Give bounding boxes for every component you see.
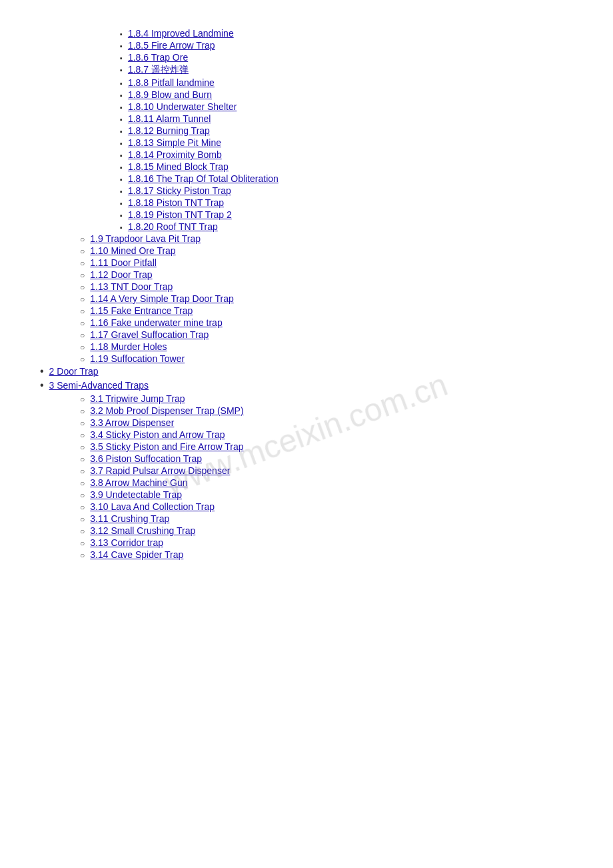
list-item: ○ 3.12 Small Crushing Trap: [80, 525, 573, 536]
toc-link-1-8-18[interactable]: 1.8.18 Piston TNT Trap: [128, 197, 224, 208]
toc-link-3-5[interactable]: 3.5 Sticky Piston and Fire Arrow Trap: [90, 441, 243, 452]
toc-link-1-8-19[interactable]: 1.8.19 Piston TNT Trap 2: [128, 209, 232, 220]
list-item: • 3 Semi-Advanced Traps: [40, 379, 573, 391]
list-item: ○ 1.18 Murder Holes: [80, 341, 573, 352]
bullet-circle-icon: ○: [80, 235, 85, 244]
list-item: ○ 1.13 TNT Door Trap: [80, 281, 573, 292]
bullet-circle-icon: ○: [80, 307, 85, 316]
toc-link-1-8-17[interactable]: 1.8.17 Sticky Piston Trap: [128, 185, 231, 196]
bullet-circle-icon: ○: [80, 419, 85, 428]
toc-link-3-12[interactable]: 3.12 Small Crushing Trap: [90, 525, 195, 536]
list-item: ▪ 1.8.4 Improved Landmine: [120, 28, 573, 39]
bullet-square-icon: ▪: [120, 127, 123, 135]
list-item: ▪ 1.8.8 Pitfall landmine: [120, 77, 573, 88]
toc-link-1-8-14[interactable]: 1.8.14 Proximity Bomb: [128, 149, 222, 160]
toc-link-3-7[interactable]: 3.7 Rapid Pulsar Arrow Dispenser: [90, 465, 230, 476]
list-item: ○ 3.6 Piston Suffocation Trap: [80, 453, 573, 464]
list-item: ○ 3.13 Corridor trap: [80, 537, 573, 548]
toc-link-1-19[interactable]: 1.19 Suffocation Tower: [90, 353, 185, 364]
toc-link-1-8-11[interactable]: 1.8.11 Alarm Tunnel: [128, 113, 211, 124]
level2-list-1-9-to-1-19: ○ 1.9 Trapdoor Lava Pit Trap ○ 1.10 Mine…: [80, 233, 573, 364]
bullet-circle-icon: ○: [80, 479, 85, 488]
list-item: ○ 3.3 Arrow Dispenser: [80, 417, 573, 428]
list-item: ▪ 1.8.7 遥控炸弹: [120, 64, 573, 76]
toc-link-1-8-7[interactable]: 1.8.7 遥控炸弹: [128, 64, 189, 76]
toc-link-3-8[interactable]: 3.8 Arrow Machine Gun: [90, 477, 187, 488]
bullet-circle-icon: ○: [80, 407, 85, 416]
toc-link-1-8-13[interactable]: 1.8.13 Simple Pit Mine: [128, 137, 221, 148]
bullet-circle-icon: ○: [80, 271, 85, 280]
toc-link-1-8-8[interactable]: 1.8.8 Pitfall landmine: [128, 77, 215, 88]
bullet-square-icon: ▪: [120, 66, 123, 74]
bullet-circle-icon: ○: [80, 431, 85, 440]
list-item: ▪ 1.8.18 Piston TNT Trap: [120, 197, 573, 208]
toc-link-1-8-9[interactable]: 1.8.9 Blow and Burn: [128, 89, 212, 100]
toc-link-1-8-6[interactable]: 1.8.6 Trap Ore: [128, 52, 188, 63]
list-item: ▪ 1.8.19 Piston TNT Trap 2: [120, 209, 573, 220]
bullet-square-icon: ▪: [120, 79, 123, 87]
toc-link-1-8-16[interactable]: 1.8.16 The Trap Of Total Obliteration: [128, 173, 279, 184]
list-item: ○ 1.11 Door Pitfall: [80, 257, 573, 268]
level3-list-1-8: ▪ 1.8.4 Improved Landmine ▪ 1.8.5 Fire A…: [120, 28, 573, 232]
bullet-circle-icon: ○: [80, 551, 85, 560]
bullet-circle-icon: ○: [80, 247, 85, 256]
toc-link-1-8-5[interactable]: 1.8.5 Fire Arrow Trap: [128, 40, 215, 51]
list-item: ○ 1.19 Suffocation Tower: [80, 353, 573, 364]
bullet-square-icon: ▪: [120, 187, 123, 195]
bullet-dot-icon: •: [40, 365, 44, 377]
list-item: ○ 3.4 Sticky Piston and Arrow Trap: [80, 429, 573, 440]
list-item: ▪ 1.8.10 Underwater Shelter: [120, 101, 573, 112]
toc-link-1-8-20[interactable]: 1.8.20 Roof TNT Trap: [128, 221, 218, 232]
toc-link-1-16[interactable]: 1.16 Fake underwater mine trap: [90, 317, 222, 328]
list-item: ○ 1.16 Fake underwater mine trap: [80, 317, 573, 328]
list-item: ▪ 1.8.5 Fire Arrow Trap: [120, 40, 573, 51]
bullet-square-icon: ▪: [120, 211, 123, 219]
bullet-circle-icon: ○: [80, 491, 85, 500]
toc-link-1-10[interactable]: 1.10 Mined Ore Trap: [90, 245, 175, 256]
list-item: ▪ 1.8.17 Sticky Piston Trap: [120, 185, 573, 196]
bullet-square-icon: ▪: [120, 175, 123, 183]
bullet-circle-icon: ○: [80, 467, 85, 476]
toc-link-1-11[interactable]: 1.11 Door Pitfall: [90, 257, 157, 268]
toc-link-3-10[interactable]: 3.10 Lava And Collection Trap: [90, 501, 215, 512]
toc-link-1-8-4[interactable]: 1.8.4 Improved Landmine: [128, 28, 234, 39]
toc-link-3-3[interactable]: 3.3 Arrow Dispenser: [90, 417, 174, 428]
toc-link-3-9[interactable]: 3.9 Undetectable Trap: [90, 489, 182, 500]
toc-link-1-14[interactable]: 1.14 A Very Simple Trap Door Trap: [90, 293, 234, 304]
list-item: ○ 3.11 Crushing Trap: [80, 513, 573, 524]
toc-link-1-12[interactable]: 1.12 Door Trap: [90, 269, 152, 280]
list-item: ○ 3.5 Sticky Piston and Fire Arrow Trap: [80, 441, 573, 452]
toc-link-1-8-12[interactable]: 1.8.12 Burning Trap: [128, 125, 210, 136]
bullet-square-icon: ▪: [120, 42, 123, 50]
bullet-square-icon: ▪: [120, 115, 123, 123]
toc-link-3-14[interactable]: 3.14 Cave Spider Trap: [90, 549, 183, 560]
toc-link-1-8-15[interactable]: 1.8.15 Mined Block Trap: [128, 161, 229, 172]
toc-link-1-9[interactable]: 1.9 Trapdoor Lava Pit Trap: [90, 233, 201, 244]
toc-link-1-8-10[interactable]: 1.8.10 Underwater Shelter: [128, 101, 237, 112]
bullet-circle-icon: ○: [80, 295, 85, 304]
toc-link-3-1[interactable]: 3.1 Tripwire Jump Trap: [90, 393, 185, 404]
list-item: ○ 3.1 Tripwire Jump Trap: [80, 393, 573, 404]
list-item: ○ 1.10 Mined Ore Trap: [80, 245, 573, 256]
list-item: ▪ 1.8.12 Burning Trap: [120, 125, 573, 136]
toc-link-3-6[interactable]: 3.6 Piston Suffocation Trap: [90, 453, 202, 464]
toc-link-3-13[interactable]: 3.13 Corridor trap: [90, 537, 163, 548]
toc-link-3-2[interactable]: 3.2 Mob Proof Dispenser Trap (SMP): [90, 405, 243, 416]
bullet-dot-icon: •: [40, 379, 44, 391]
bullet-square-icon: ▪: [120, 223, 123, 231]
list-item: ▪ 1.8.15 Mined Block Trap: [120, 161, 573, 172]
toc-container: ▪ 1.8.4 Improved Landmine ▪ 1.8.5 Fire A…: [40, 28, 573, 560]
toc-link-3[interactable]: 3 Semi-Advanced Traps: [49, 380, 149, 391]
toc-link-3-11[interactable]: 3.11 Crushing Trap: [90, 513, 169, 524]
bullet-square-icon: ▪: [120, 30, 123, 38]
toc-link-3-4[interactable]: 3.4 Sticky Piston and Arrow Trap: [90, 429, 225, 440]
bullet-square-icon: ▪: [120, 199, 123, 207]
toc-link-1-13[interactable]: 1.13 TNT Door Trap: [90, 281, 173, 292]
list-item: ○ 3.14 Cave Spider Trap: [80, 549, 573, 560]
toc-link-1-17[interactable]: 1.17 Gravel Suffocation Trap: [90, 329, 209, 340]
list-item: ○ 3.8 Arrow Machine Gun: [80, 477, 573, 488]
bullet-square-icon: ▪: [120, 54, 123, 62]
toc-link-2[interactable]: 2 Door Trap: [49, 366, 99, 377]
toc-link-1-15[interactable]: 1.15 Fake Entrance Trap: [90, 305, 193, 316]
toc-link-1-18[interactable]: 1.18 Murder Holes: [90, 341, 167, 352]
